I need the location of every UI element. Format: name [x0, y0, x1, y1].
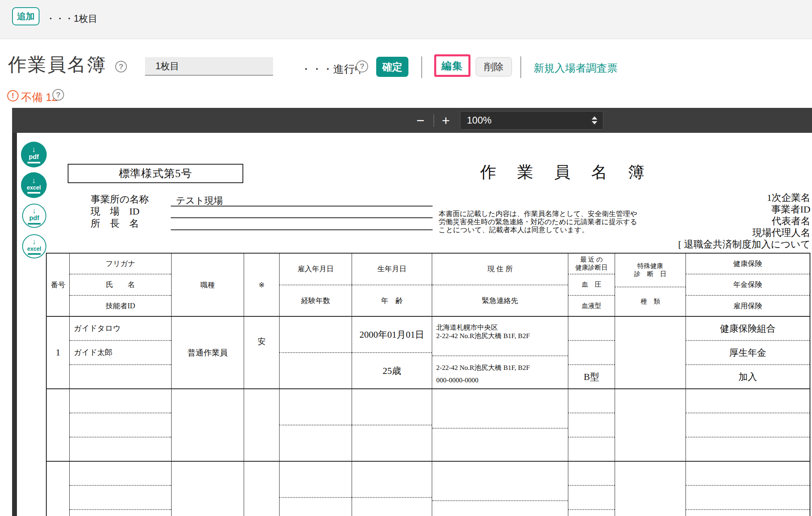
worker-checkup-cell: B型 — [568, 317, 615, 389]
worker-birth-date — [352, 389, 432, 425]
zoom-in-button[interactable]: + — [437, 112, 454, 129]
header-hire-date: 雇入年月日 — [280, 254, 352, 285]
header-furigana: フリガナ — [70, 254, 171, 275]
worker-checkup-cell — [568, 462, 615, 516]
worker-address-cell — [432, 389, 568, 462]
worker-name: ガイド太郎 — [70, 341, 171, 365]
new-entrant-survey-link[interactable]: 新規入場者調査票 — [534, 61, 617, 75]
header-age: 年 齢 — [352, 285, 432, 316]
worker-address-cell — [432, 462, 568, 516]
divider — [520, 56, 521, 78]
worker-checkup-mid — [568, 341, 615, 365]
download-arrow-icon: ↓ — [32, 177, 36, 184]
select-updown-icon — [592, 116, 597, 124]
delete-button[interactable]: 削除 — [476, 57, 512, 76]
defect-count-label: 不備 12 — [21, 90, 58, 105]
worker-employment-insurance — [686, 438, 810, 461]
document-title: 作 業 員 名 簿 — [480, 161, 647, 183]
download-arrow-icon: ↓ — [32, 146, 36, 153]
worker-hire-date — [280, 389, 352, 425]
worker-name — [70, 486, 171, 510]
worker-roster-table: 番号 フリガナ 氏 名 技能者ID 職種 ※ 雇入年月日 経験年数 生年月日 年… — [46, 253, 810, 516]
zoom-out-button[interactable]: − — [412, 112, 429, 129]
header-health-insurance: 健康保険 — [686, 254, 810, 275]
col-header-name: フリガナ 氏 名 技能者ID — [70, 254, 172, 317]
worker-special-checkup — [615, 317, 686, 388]
add-button[interactable]: 追加 — [12, 7, 39, 25]
worker-hire-date — [280, 462, 352, 498]
col-header-special-checkup: 特殊健康 診 断 日 種 類 — [615, 254, 686, 317]
worker-furigana — [70, 462, 171, 486]
worker-experience — [280, 498, 352, 516]
header-worker-id: 技能者ID — [70, 296, 171, 316]
worker-id — [70, 365, 171, 388]
col-header-checkup: 最 近 の 健康診断日 血 圧 血液型 — [568, 254, 615, 317]
worker-insurance-cell — [686, 389, 810, 462]
download-pdf-outline-icon[interactable]: ↓ pdf — [22, 204, 46, 228]
worker-address: 北海道札幌市中央区 2-22-42 No.R池尻大橋 B1F, B2F — [432, 317, 568, 356]
site-name-value: テスト現場 — [176, 194, 223, 207]
download-arrow-icon: ↓ — [32, 238, 36, 246]
app-window: 追加 ・・・1枚目 作業員名簿 ? ・・・進行中 ? 確定 編集 削除 新規入場… — [0, 0, 812, 516]
header-pension-insurance: 年金保険 — [686, 275, 810, 295]
worker-hire-cell — [280, 317, 352, 389]
download-label: pdf — [29, 215, 39, 222]
worker-job-cell — [172, 389, 244, 462]
company-label: 現場代理人名 — [604, 227, 810, 239]
defect-alert-icon: ! — [7, 90, 19, 101]
site-id-underline — [171, 206, 433, 218]
worker-health-insurance: 健康保険組合 — [686, 317, 810, 341]
worker-blood-pressure — [568, 389, 615, 413]
company-label: 1次企業名 — [604, 192, 810, 204]
divider — [433, 114, 434, 127]
col-header-mark: ※ — [244, 254, 280, 317]
company-info-labels: 1次企業名 事業者ID 代表者名 現場代理人名 [ 退職金共済制度加入について — [604, 192, 810, 250]
status-help-icon[interactable]: ? — [356, 60, 368, 72]
site-label: 現 場 ID — [91, 205, 149, 217]
worker-health-insurance — [686, 389, 810, 413]
worker-name-cell: ガイドタロウ ガイド太郎 — [70, 317, 172, 389]
worker-blood-type — [568, 510, 615, 516]
edit-button-highlighted[interactable]: 編集 — [434, 54, 470, 77]
download-pdf-icon[interactable]: ↓ pdf — [21, 142, 47, 167]
worker-hire-cell — [280, 462, 352, 516]
worker-job-cell: 普通作業員 — [172, 317, 244, 389]
worker-hire-cell — [280, 389, 352, 462]
worker-employment-insurance — [686, 510, 810, 516]
download-bar — [28, 253, 41, 255]
worker-employment-insurance: 加入 — [686, 365, 810, 388]
worker-birth-date: 2000年01月01日 — [352, 317, 432, 353]
download-label: excel — [27, 184, 41, 191]
worker-pension-insurance — [686, 486, 810, 510]
header-blood-type: 血液型 — [568, 296, 615, 316]
worker-furigana — [70, 389, 171, 413]
worker-address-cell: 北海道札幌市中央区 2-22-42 No.R池尻大橋 B1F, B2F 2-22… — [432, 317, 568, 389]
worker-age: 25歳 — [352, 353, 432, 388]
col-header-job: 職種 — [172, 254, 244, 317]
worker-name-cell — [70, 389, 172, 462]
worker-special-checkup-cell — [615, 389, 686, 462]
site-info-labels: 事業所の名称 現 場 ID 所 長 名 — [91, 193, 149, 229]
confirm-button[interactable]: 確定 — [376, 57, 408, 77]
title-help-icon[interactable]: ? — [115, 61, 127, 72]
worker-mark-cell — [244, 462, 280, 516]
download-bar — [27, 162, 40, 163]
worker-pension-insurance: 厚生年金 — [686, 341, 810, 365]
zoom-level-value: 100% — [467, 115, 491, 126]
worker-age — [352, 498, 432, 516]
worker-age — [352, 425, 432, 461]
download-excel-icon[interactable]: ↓ excel — [21, 172, 47, 198]
col-header-address: 現 住 所 緊急連絡先 — [432, 254, 568, 317]
worker-health-insurance — [686, 462, 810, 486]
download-excel-outline-icon[interactable]: ↓ excel — [22, 234, 46, 258]
worker-name — [70, 413, 171, 438]
header-special-checkup: 特殊健康 診 断 日 — [615, 254, 686, 287]
roster-name-input[interactable] — [145, 57, 273, 76]
site-label: 事業所の名称 — [91, 193, 149, 205]
top-bar: 追加 ・・・1枚目 — [0, 0, 812, 39]
col-header-insurance: 健康保険 年金保険 雇用保険 — [686, 254, 810, 317]
defect-help-icon[interactable]: ? — [52, 89, 64, 101]
worker-emergency-phone: 000-0000-0000 — [436, 376, 478, 384]
header-emergency: 緊急連絡先 — [432, 285, 568, 316]
zoom-level-select[interactable]: 100% — [460, 111, 603, 130]
